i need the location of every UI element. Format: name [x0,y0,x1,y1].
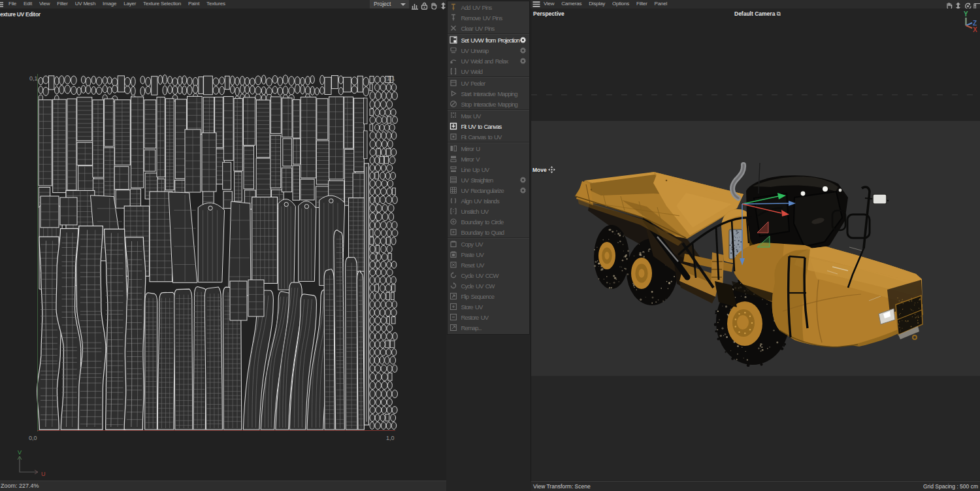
svg-text:X: X [973,26,977,33]
svg-text:1,0: 1,0 [386,435,395,441]
svg-text:Y: Y [964,10,968,18]
svg-text:0,0: 0,0 [29,435,37,441]
svg-text:1,1: 1,1 [387,75,395,82]
svg-text:0,1: 0,1 [29,75,38,82]
svg-text:V: V [18,449,22,456]
svg-text:U: U [41,471,46,477]
